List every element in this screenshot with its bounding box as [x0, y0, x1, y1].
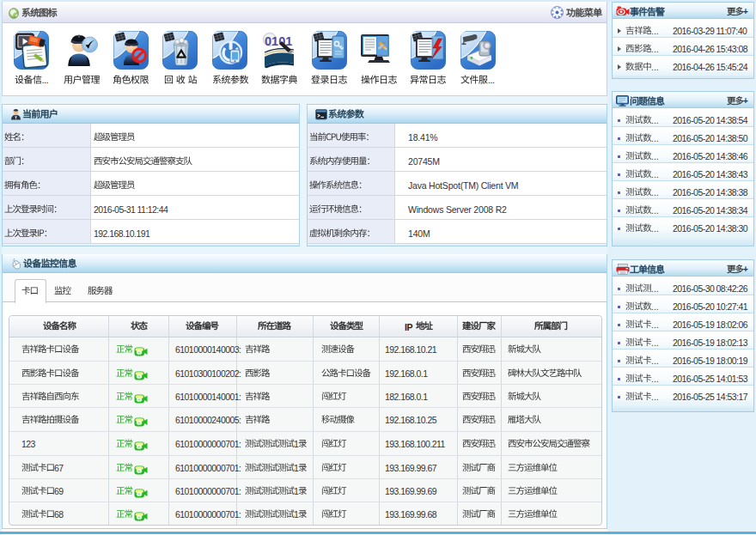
svg-text:0101: 0101	[265, 34, 292, 48]
